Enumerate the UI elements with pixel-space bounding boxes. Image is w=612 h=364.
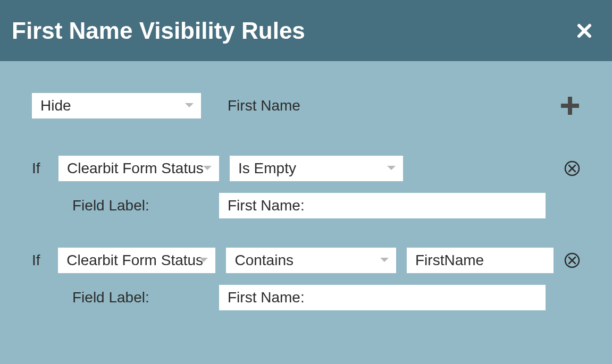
chevron-down-icon: [387, 166, 396, 171]
field-label-prompt: Field Label:: [72, 197, 208, 214]
field-label-input[interactable]: [219, 285, 546, 310]
field-label-input[interactable]: [219, 193, 546, 218]
target-field-name: First Name: [228, 97, 300, 114]
rule-field-value: Clearbit Form Status: [67, 160, 211, 177]
rule-field-select[interactable]: Clearbit Form Status: [58, 156, 219, 181]
rule-condition-row: If Clearbit Form Status Is Empty: [32, 156, 580, 181]
rule-field-value: Clearbit Form Status: [66, 252, 207, 269]
chevron-down-icon: [199, 258, 208, 263]
rule-operator-value: Contains: [234, 252, 388, 269]
rule-field-select[interactable]: Clearbit Form Status: [58, 248, 215, 273]
rule-condition-row: If Clearbit Form Status Contains: [32, 248, 580, 273]
add-rule-button[interactable]: [560, 96, 580, 116]
action-select-value: Hide: [40, 97, 192, 114]
rule-block: If Clearbit Form Status Is Empty: [32, 156, 580, 218]
modal-header: First Name Visibility Rules: [0, 0, 612, 61]
svg-rect-1: [561, 104, 579, 108]
chevron-down-icon: [203, 166, 212, 171]
close-icon[interactable]: [575, 21, 594, 40]
rule-operator-select[interactable]: Is Empty: [230, 156, 403, 181]
delete-rule-button[interactable]: [564, 252, 580, 268]
if-label: If: [32, 160, 48, 177]
field-label-prompt: Field Label:: [72, 289, 208, 306]
rule-operator-select[interactable]: Contains: [226, 248, 396, 273]
modal-title: First Name Visibility Rules: [12, 18, 305, 44]
rule-operator-value: Is Empty: [238, 160, 395, 177]
delete-rule-button[interactable]: [564, 160, 580, 176]
chevron-down-icon: [380, 258, 389, 263]
rule-label-row: Field Label:: [32, 193, 580, 218]
action-select[interactable]: Hide: [32, 93, 201, 118]
chevron-down-icon: [185, 103, 194, 108]
rule-block: If Clearbit Form Status Contains: [32, 248, 580, 310]
modal-body: Hide First Name If Clearbit Form Status: [0, 61, 612, 361]
action-row: Hide First Name: [32, 93, 580, 118]
if-label: If: [32, 252, 47, 269]
rule-label-row: Field Label:: [32, 285, 580, 310]
rule-value-input[interactable]: [407, 248, 554, 273]
